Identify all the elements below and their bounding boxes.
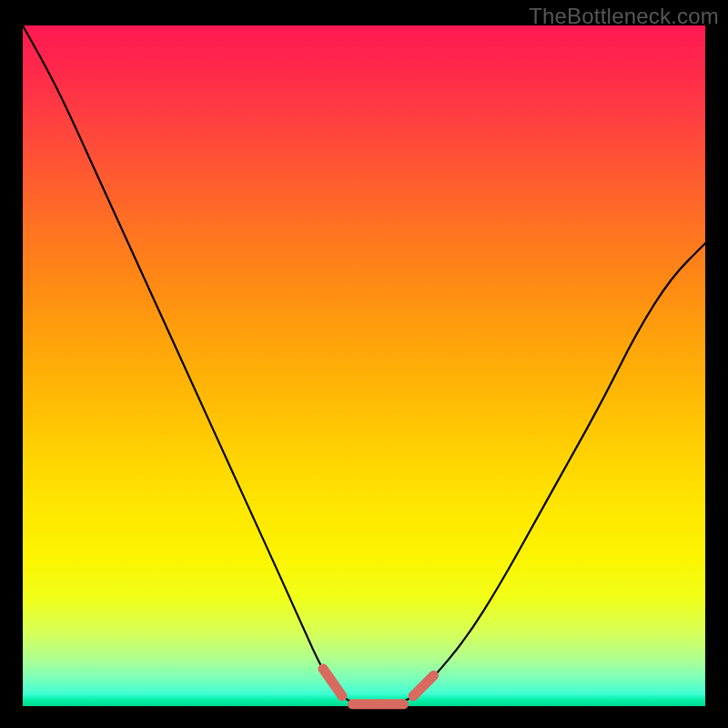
plot-area — [23, 25, 705, 706]
right-accent — [413, 675, 434, 696]
chart-frame: TheBottleneck.com — [0, 0, 728, 728]
chart-svg — [23, 25, 705, 706]
bottleneck-curve — [23, 25, 705, 706]
watermark: TheBottleneck.com — [529, 4, 719, 29]
left-accent — [323, 669, 342, 696]
